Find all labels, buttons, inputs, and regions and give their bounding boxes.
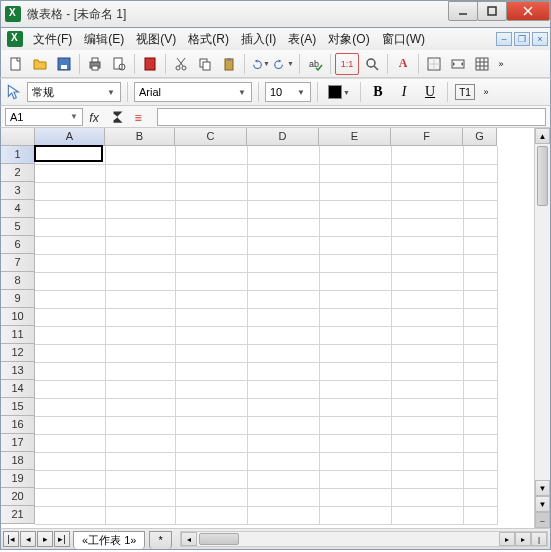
- row-header-9[interactable]: 9: [1, 290, 35, 308]
- row-header-18[interactable]: 18: [1, 452, 35, 470]
- gridlines-button[interactable]: [471, 53, 493, 75]
- cell[interactable]: [247, 218, 319, 236]
- cell[interactable]: [463, 398, 497, 416]
- cell[interactable]: [319, 218, 391, 236]
- cell[interactable]: [105, 326, 175, 344]
- name-box[interactable]: A1▼: [5, 108, 83, 126]
- row-header-20[interactable]: 20: [1, 488, 35, 506]
- cell[interactable]: [463, 434, 497, 452]
- zoom-100-button[interactable]: 1:1: [335, 53, 359, 75]
- cell[interactable]: [319, 434, 391, 452]
- cell[interactable]: [391, 380, 463, 398]
- cell[interactable]: [319, 470, 391, 488]
- column-header-E[interactable]: E: [319, 128, 391, 146]
- scroll-up-button[interactable]: ▲: [535, 128, 550, 144]
- cell[interactable]: [35, 326, 105, 344]
- column-header-B[interactable]: B: [105, 128, 175, 146]
- print-button[interactable]: [84, 53, 106, 75]
- cell[interactable]: [247, 506, 319, 524]
- borders-button[interactable]: [423, 53, 445, 75]
- cell[interactable]: [247, 398, 319, 416]
- cell[interactable]: [35, 182, 105, 200]
- cell[interactable]: [247, 380, 319, 398]
- cell[interactable]: [391, 344, 463, 362]
- font-color-swatch[interactable]: ▼: [324, 81, 354, 103]
- menu-file[interactable]: 文件(F): [27, 29, 78, 50]
- vertical-scrollbar[interactable]: ▲ ▼ ▼ –: [534, 128, 550, 528]
- cell[interactable]: [319, 506, 391, 524]
- menu-object[interactable]: 对象(O): [322, 29, 375, 50]
- cell[interactable]: [391, 254, 463, 272]
- toolbar-overflow[interactable]: »: [495, 53, 507, 75]
- cell[interactable]: [105, 470, 175, 488]
- undo-button[interactable]: ▼: [249, 53, 271, 75]
- row-header-11[interactable]: 11: [1, 326, 35, 344]
- cell[interactable]: [319, 272, 391, 290]
- cell[interactable]: [105, 344, 175, 362]
- cell[interactable]: [391, 488, 463, 506]
- cell[interactable]: [35, 434, 105, 452]
- cell[interactable]: [175, 200, 247, 218]
- cell[interactable]: [105, 272, 175, 290]
- mdi-restore-button[interactable]: ❐: [514, 32, 530, 46]
- save-button[interactable]: [53, 53, 75, 75]
- cell[interactable]: [247, 344, 319, 362]
- menu-view[interactable]: 视图(V): [130, 29, 182, 50]
- cell[interactable]: [463, 380, 497, 398]
- font-color-button[interactable]: A: [392, 53, 414, 75]
- row-header-16[interactable]: 16: [1, 416, 35, 434]
- cell[interactable]: [463, 362, 497, 380]
- paste-button[interactable]: [218, 53, 240, 75]
- cell[interactable]: [105, 164, 175, 182]
- zoom-button[interactable]: [361, 53, 383, 75]
- cell[interactable]: [175, 218, 247, 236]
- hscroll-thumb[interactable]: [199, 533, 239, 545]
- cell[interactable]: [175, 506, 247, 524]
- maximize-button[interactable]: [477, 1, 507, 21]
- cell[interactable]: [35, 200, 105, 218]
- cell[interactable]: [463, 290, 497, 308]
- cell[interactable]: [391, 452, 463, 470]
- row-header-5[interactable]: 5: [1, 218, 35, 236]
- cell[interactable]: [247, 272, 319, 290]
- copy-button[interactable]: [194, 53, 216, 75]
- tab-first-button[interactable]: |◂: [3, 531, 19, 547]
- cell[interactable]: [175, 272, 247, 290]
- cell[interactable]: [463, 470, 497, 488]
- cell[interactable]: [463, 218, 497, 236]
- cell[interactable]: [391, 218, 463, 236]
- scroll-down-button[interactable]: ▼: [535, 480, 550, 496]
- cell[interactable]: [175, 344, 247, 362]
- scroll-page-down-button[interactable]: ▼: [535, 496, 550, 512]
- print-preview-button[interactable]: [108, 53, 130, 75]
- cell[interactable]: [247, 254, 319, 272]
- cell[interactable]: [247, 362, 319, 380]
- cell[interactable]: [35, 164, 105, 182]
- underline-button[interactable]: U: [419, 81, 441, 103]
- column-header-G[interactable]: G: [463, 128, 497, 146]
- cell[interactable]: [463, 326, 497, 344]
- cell[interactable]: [319, 344, 391, 362]
- minimize-button[interactable]: [448, 1, 478, 21]
- cell[interactable]: [35, 146, 105, 164]
- row-header-4[interactable]: 4: [1, 200, 35, 218]
- cell[interactable]: [175, 326, 247, 344]
- cell[interactable]: [463, 506, 497, 524]
- cell[interactable]: [247, 308, 319, 326]
- cell[interactable]: [319, 362, 391, 380]
- cell[interactable]: [175, 236, 247, 254]
- function-wizard-button[interactable]: fx: [87, 108, 105, 126]
- cell[interactable]: [175, 308, 247, 326]
- cell[interactable]: [35, 308, 105, 326]
- new-button[interactable]: [5, 53, 27, 75]
- cell[interactable]: [319, 164, 391, 182]
- cell[interactable]: [105, 236, 175, 254]
- cell[interactable]: [319, 398, 391, 416]
- cell[interactable]: [35, 398, 105, 416]
- cell[interactable]: [35, 416, 105, 434]
- cell[interactable]: [175, 398, 247, 416]
- sum-button[interactable]: [109, 108, 127, 126]
- cell[interactable]: [319, 326, 391, 344]
- row-header-3[interactable]: 3: [1, 182, 35, 200]
- cell[interactable]: [463, 272, 497, 290]
